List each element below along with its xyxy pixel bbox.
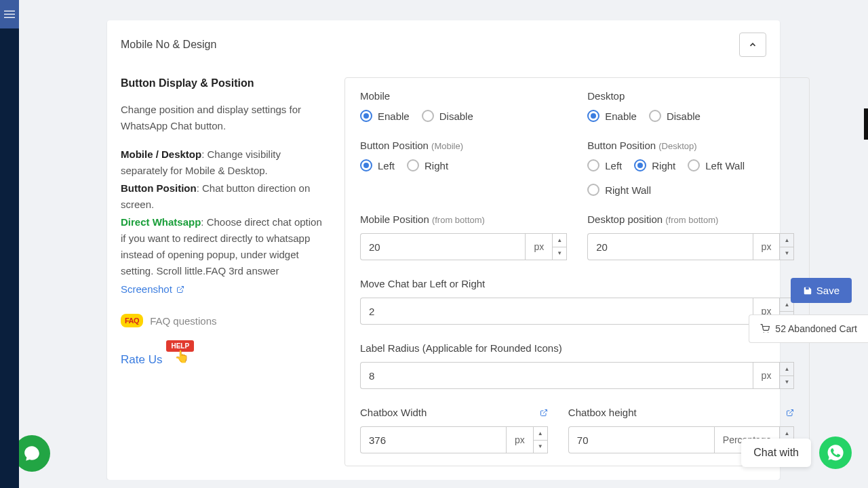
chat-fab-button[interactable] [14,435,50,472]
help-text: Button Position: Chat button direction o… [121,180,324,213]
label-radius-label: Label Radius (Applicable for Rounded Ico… [360,342,794,354]
collapse-button[interactable] [739,33,766,57]
mobile-visibility-label: Mobile [360,90,567,102]
desktop-pos-leftwall-radio[interactable]: Left Wall [688,159,745,171]
svg-rect-1 [4,14,15,14]
spinner[interactable]: ▲▼ [533,426,548,453]
spinner[interactable]: ▲▼ [779,362,794,389]
external-link-icon[interactable] [786,409,794,417]
chatbox-height-input[interactable] [568,426,714,453]
button-position-mobile-label: Button Position (Mobile) [360,140,567,151]
svg-point-5 [768,332,768,333]
save-button[interactable]: Save [791,278,852,303]
whatsapp-button[interactable] [819,436,852,469]
cart-icon [760,324,770,333]
desktop-position-input[interactable] [587,233,752,260]
scroll-indicator [864,108,868,140]
external-link-icon [176,285,184,293]
svg-rect-0 [4,11,15,12]
hamburger-icon [4,9,15,20]
spinner[interactable]: ▲▼ [552,233,567,260]
spinner[interactable]: ▲▼ [779,233,794,260]
mobile-pos-left-radio[interactable]: Left [360,159,395,171]
faq-badge[interactable]: FAQ [121,314,143,327]
move-chat-input[interactable] [360,298,753,325]
save-icon [803,286,812,296]
help-badge[interactable]: HELP 👆 [166,340,194,364]
desktop-pos-rightwall-radio[interactable]: Right Wall [587,184,651,196]
unit-px: px [506,426,533,453]
label-radius-input[interactable] [360,362,753,389]
chat-icon [23,445,41,462]
chatbox-height-label: Chatbox height [568,407,637,418]
mobile-position-label: Mobile Position (from bottom) [360,214,567,225]
svg-point-4 [764,332,764,333]
abandoned-cart-button[interactable]: 52 Abandoned Cart [749,314,868,343]
unit-px: px [753,362,780,389]
desktop-pos-right-radio[interactable]: Right [634,159,675,171]
hamburger-menu-button[interactable] [0,0,19,28]
chevron-up-icon [748,40,757,49]
mobile-enable-radio[interactable]: Enable [360,110,410,122]
chat-with-label[interactable]: Chat with [741,439,811,467]
section-desc: Change position and display settings for… [121,102,324,134]
rate-us-link[interactable]: Rate Us [121,353,162,367]
desktop-disable-radio[interactable]: Disable [649,110,701,122]
chatbox-width-input[interactable] [360,426,506,453]
settings-card: Mobile No & Design Button Display & Posi… [107,20,780,480]
desktop-visibility-label: Desktop [587,90,794,102]
faq-link[interactable]: FAQ questions [150,315,216,327]
move-chat-label: Move Chat bar Left or Right [360,278,794,289]
help-text: Mobile / Desktop: Change visibility sepa… [121,146,324,179]
button-position-desktop-label: Button Position (Desktop) [587,140,794,151]
mobile-pos-right-radio[interactable]: Right [407,159,448,171]
help-text: Direct Whatsapp: Choose direct chat opti… [121,214,324,279]
chatbox-width-label: Chatbox Width [360,407,427,418]
unit-px: px [753,233,780,260]
screenshot-link[interactable]: Screenshot [121,283,184,295]
mobile-position-input[interactable] [360,233,525,260]
svg-rect-3 [806,287,809,289]
whatsapp-icon [826,443,845,462]
desktop-pos-left-radio[interactable]: Left [587,159,622,171]
mobile-disable-radio[interactable]: Disable [422,110,473,122]
section-title: Button Display & Position [121,77,324,89]
unit-px: px [525,233,552,260]
external-link-icon[interactable] [540,409,548,417]
desktop-position-label: Desktop position (from bottom) [587,214,794,225]
card-title: Mobile No & Design [121,39,216,51]
desktop-enable-radio[interactable]: Enable [587,110,637,122]
sidebar [0,0,19,480]
svg-rect-2 [4,17,15,18]
